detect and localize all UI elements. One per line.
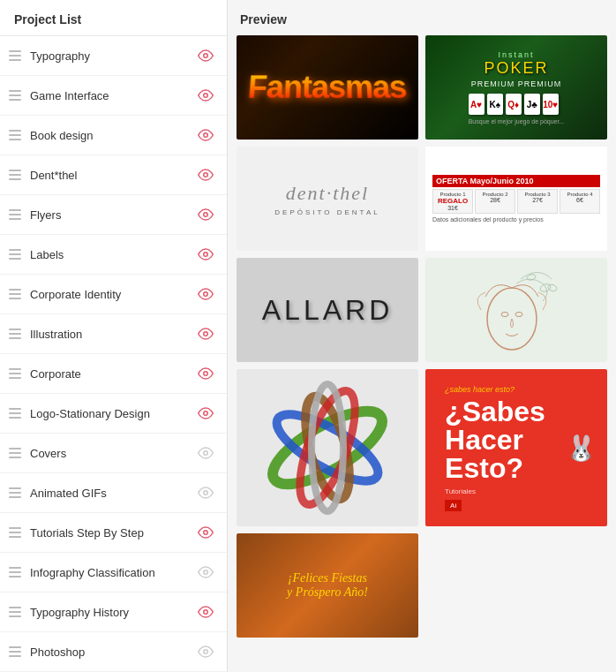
card-4: J♣ [524,94,540,115]
eye-svg-typography [198,48,214,64]
eye-icon-flyers[interactable] [197,206,214,223]
face-svg [468,261,565,359]
fantasmas-text: Fantasmas [247,70,408,106]
preview-sabes[interactable]: ¿sabes hacer esto? ¿SabesHacerEsto? Tuto… [425,369,607,526]
drag-icon-typography [9,50,21,61]
sidebar-item-infography[interactable]: Infography Classification [0,553,227,593]
sidebar-item-corporate[interactable]: Corporate [0,354,227,394]
sidebar-items-container: Typography Game Interface [0,36,227,672]
sidebar-item-illustration[interactable]: Illustration [0,314,227,354]
sidebar-item-covers[interactable]: Covers [0,434,227,473]
card-3: Q♦ [506,94,522,115]
preview-dental-flyer[interactable]: OFERTA Mayo/Junio 2010 Producto 1 REGALO… [425,147,607,251]
sidebar-item-animated-gifs[interactable]: Animated GIFs [0,473,227,513]
svg-point-2 [204,133,208,138]
dental-flyer-header: OFERTA Mayo/Junio 2010 [432,175,600,187]
eye-icon-labels[interactable] [197,245,214,263]
svg-point-8 [204,372,208,376]
eye-icon-book-design[interactable] [197,126,214,144]
sabes-footer: Tutoriales [445,487,545,495]
sidebar-item-left-game-interface: Game Interface [9,89,109,102]
svg-point-1 [204,94,208,98]
eye-icon-dent-thel[interactable] [197,166,214,184]
sidebar-item-typography-history[interactable]: Typography History [0,593,227,632]
svg-point-5 [204,253,208,257]
eye-svg-infography [198,564,214,580]
sidebar-item-logo-stationary[interactable]: Logo-Stationary Design [0,394,227,434]
sidebar-item-tutorials[interactable]: Tutorials Step By Step [0,513,227,553]
sidebar-item-left-tutorials: Tutorials Step By Step [9,526,144,540]
sidebar-item-left-typography-history: Typography History [9,606,129,619]
preview-sphere[interactable] [237,369,418,526]
sidebar-item-left-typography: Typography [9,49,90,63]
sidebar-item-label-typography: Typography [30,49,90,63]
sidebar-header: Project List [0,0,227,36]
sidebar-item-label-covers: Covers [30,447,66,460]
eye-icon-corporate[interactable] [197,365,214,382]
preview-illustration[interactable] [425,258,607,362]
eye-svg-animated-gifs [198,485,214,501]
eye-icon-tutorials[interactable] [197,524,214,541]
sidebar-item-flyers[interactable]: Flyers [0,195,227,235]
sidebar-item-photoshop[interactable]: Photoshop [0,632,227,672]
sidebar-item-label-logo-stationary: Logo-Stationary Design [30,407,150,420]
preview-new-year[interactable]: ¡Felices Fiestasy Próspero Año! [237,533,418,638]
eye-icon-infography[interactable] [197,563,214,581]
card-5: 10♥ [543,94,559,115]
eye-icon-game-interface[interactable] [197,87,214,104]
drag-icon-logo-stationary [9,408,21,419]
svg-point-7 [204,332,208,336]
sidebar-item-label-animated-gifs: Animated GIFs [30,487,107,500]
preview-fantasmas[interactable]: Fantasmas [237,35,418,140]
svg-point-0 [204,54,208,58]
eye-svg-typography-history [198,604,214,620]
eye-icon-photoshop[interactable] [197,643,214,661]
svg-point-11 [204,491,208,495]
preview-dental[interactable]: dent·thel DEPÓSITO DENTAL [237,147,418,251]
poker-image: Instant POKER PREMIUM PREMIUM A♥ K♠ Q♦ J… [425,35,607,140]
sidebar-item-book-design[interactable]: Book design [0,116,227,155]
sidebar-item-label-illustration: Illustration [30,328,82,341]
eye-icon-typography-history[interactable] [197,603,214,621]
preview-allard[interactable]: ALLARD [237,258,418,362]
eye-svg-tutorials [198,525,214,540]
drag-icon-corporate [9,368,21,379]
sidebar-item-labels[interactable]: Labels [0,235,227,275]
preview-panel: Preview Fantasmas Instant POKER PREMIUM … [228,0,616,672]
dental-sub: DEPÓSITO DENTAL [274,208,379,216]
eye-svg-labels [198,246,214,262]
sidebar-item-dent-thel[interactable]: Dent*thel [0,155,227,195]
eye-icon-corporate-identity[interactable] [197,285,214,303]
sidebar-item-game-interface[interactable]: Game Interface [0,76,227,116]
eye-icon-logo-stationary[interactable] [197,404,214,422]
sidebar-item-left-dent-thel: Dent*thel [9,169,77,182]
eye-svg-illustration [198,326,214,342]
sidebar-item-left-illustration: Illustration [9,328,82,341]
sidebar-item-corporate-identity[interactable]: Corporate Identity [0,275,227,314]
dental-logo: dent·thel [274,182,379,205]
eye-icon-typography[interactable] [197,47,214,64]
sphere-image [237,369,418,526]
eye-icon-illustration[interactable] [197,325,214,343]
svg-point-13 [204,570,208,575]
preview-poker[interactable]: Instant POKER PREMIUM PREMIUM A♥ K♠ Q♦ J… [425,35,607,140]
svg-point-4 [204,213,208,217]
drag-icon-typography-history [9,607,21,617]
sidebar-item-typography[interactable]: Typography [0,36,227,76]
new-year-text: ¡Felices Fiestasy Próspero Año! [287,571,368,600]
sidebar-item-label-flyers: Flyers [30,208,61,222]
sidebar-item-left-corporate: Corporate [9,367,81,381]
eye-icon-covers[interactable] [197,444,214,462]
sabes-main: ¿SabesHacerEsto? [445,397,545,482]
drag-icon-animated-gifs [9,487,21,498]
eye-svg-corporate [198,366,214,381]
poker-cards: A♥ K♠ Q♦ J♣ 10♥ [469,94,565,115]
svg-point-12 [204,531,208,535]
eye-svg-dent-thel [198,167,214,183]
svg-point-18 [501,313,508,317]
eye-icon-animated-gifs[interactable] [197,484,214,502]
sidebar-item-left-photoshop: Photoshop [9,646,85,659]
allard-text: ALLARD [262,294,394,327]
sabes-top-text: ¿sabes hacer esto? [445,385,545,394]
drag-icon-tutorials [9,527,21,538]
